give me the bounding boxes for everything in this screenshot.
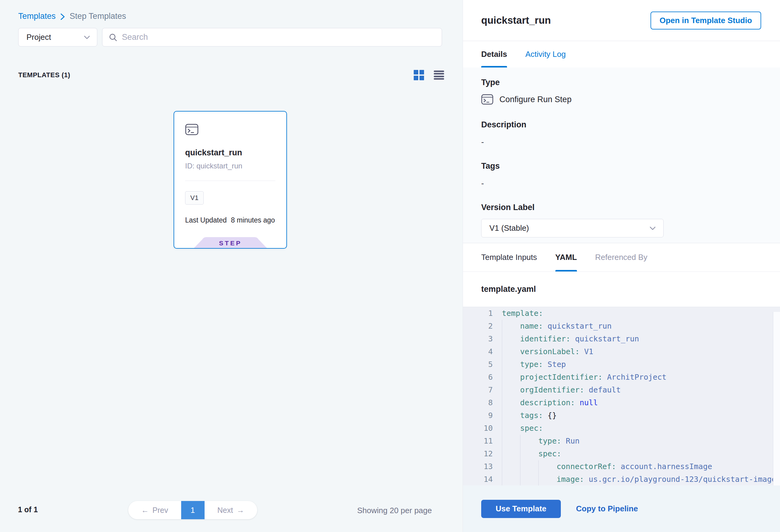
- yaml-code: 1template:2name: quickstart_run3identifi…: [463, 307, 780, 485]
- prev-page-button[interactable]: ← Prev: [128, 501, 181, 519]
- yaml-line: 1template:: [463, 307, 780, 320]
- next-label: Next: [217, 506, 233, 515]
- details-title: quickstart_run: [481, 14, 551, 26]
- template-details-panel: quickstart_run Open in Template Studio D…: [462, 0, 780, 532]
- yaml-line: 9tags: {}: [463, 409, 780, 422]
- tags-value: -: [481, 179, 762, 188]
- indent-guide: [502, 409, 520, 422]
- open-in-template-studio-button[interactable]: Open in Template Studio: [650, 11, 761, 30]
- arrow-right-icon: →: [237, 506, 244, 515]
- templates-page: Templates Step Templates Project TEMPLAT: [0, 0, 780, 532]
- version-select[interactable]: V1 (Stable): [481, 219, 664, 237]
- yaml-line: 4versionLabel: V1: [463, 345, 780, 358]
- filter-controls: Project: [18, 28, 442, 47]
- indent-guide: [502, 320, 520, 333]
- yaml-file-name: template.yaml: [481, 285, 536, 294]
- type-label: Type: [481, 78, 762, 87]
- list-header: TEMPLATES (1): [18, 68, 444, 82]
- details-footer: Use Template Copy to Pipeline: [463, 485, 780, 532]
- indent-guide: [502, 447, 520, 460]
- yaml-line-number: 2: [463, 320, 502, 333]
- indent-guide: [538, 460, 556, 473]
- details-tabs: Details Activity Log: [463, 41, 780, 67]
- terminal-icon: [185, 124, 276, 137]
- card-divider: [185, 181, 276, 181]
- scope-select-value: Project: [27, 33, 51, 42]
- yaml-line-number: 5: [463, 358, 502, 371]
- scope-select[interactable]: Project: [18, 28, 97, 47]
- tab-yaml[interactable]: YAML: [555, 243, 577, 272]
- breadcrumb-current: Step Templates: [69, 11, 126, 21]
- list-view-icon[interactable]: [434, 69, 444, 81]
- templates-count-label: TEMPLATES (1): [18, 71, 70, 79]
- details-header: quickstart_run Open in Template Studio: [463, 0, 780, 41]
- indent-guide: [538, 473, 556, 485]
- search-box: [102, 28, 442, 47]
- description-value: -: [481, 137, 762, 147]
- yaml-line: 8description: null: [463, 396, 780, 409]
- description-label: Description: [481, 120, 762, 130]
- type-value: Configure Run Step: [499, 95, 572, 104]
- type-row: Configure Run Step: [481, 94, 762, 105]
- yaml-line: 10spec:: [463, 422, 780, 435]
- arrow-left-icon: ←: [141, 506, 149, 515]
- run-step-icon: [481, 94, 493, 105]
- tab-referenced-by[interactable]: Referenced By: [595, 243, 647, 272]
- indent-guide: [502, 422, 520, 435]
- card-template-name: quickstart_run: [185, 148, 276, 157]
- yaml-line-number: 11: [463, 435, 502, 447]
- yaml-line: 5type: Step: [463, 358, 780, 371]
- yaml-line: 11type: Run: [463, 435, 780, 447]
- chevron-right-icon: [60, 13, 65, 21]
- yaml-section-tabs: Template Inputs YAML Referenced By: [463, 243, 780, 272]
- indent-guide: [502, 435, 520, 447]
- view-toggles: [413, 69, 444, 81]
- indent-guide: [520, 460, 538, 473]
- step-type-ribbon: STEP: [194, 237, 267, 248]
- chevron-down-icon: [649, 226, 656, 231]
- vertical-scrollbar[interactable]: [773, 312, 780, 485]
- tab-activity-log[interactable]: Activity Log: [525, 41, 566, 67]
- next-page-button[interactable]: Next →: [205, 501, 257, 519]
- template-list-panel: Templates Step Templates Project TEMPLAT: [0, 0, 462, 532]
- yaml-line: 12spec:: [463, 447, 780, 460]
- breadcrumb: Templates Step Templates: [18, 11, 126, 21]
- page-number-button[interactable]: 1: [181, 501, 205, 519]
- yaml-editor: 1template:2name: quickstart_run3identifi…: [463, 307, 780, 485]
- yaml-line-number: 8: [463, 396, 502, 409]
- search-input[interactable]: [122, 33, 436, 42]
- yaml-line-number: 14: [463, 473, 502, 485]
- template-card[interactable]: quickstart_run ID: quickstart_run V1 Las…: [174, 111, 287, 249]
- per-page-label: Showing 20 per page: [357, 506, 432, 515]
- yaml-line-number: 4: [463, 345, 502, 358]
- copy-to-pipeline-link[interactable]: Copy to Pipeline: [576, 504, 638, 514]
- version-select-value: V1 (Stable): [489, 224, 529, 233]
- indent-guide: [502, 396, 520, 409]
- indent-guide: [502, 371, 520, 384]
- indent-guide: [520, 473, 538, 485]
- details-body: Type Configure Run Step Description - Ta…: [463, 67, 780, 243]
- yaml-line-number: 12: [463, 447, 502, 460]
- indent-guide: [502, 333, 520, 345]
- indent-guide: [502, 473, 520, 485]
- yaml-line: 3identifier: quickstart_run: [463, 333, 780, 345]
- indent-guide: [520, 447, 538, 460]
- tab-details[interactable]: Details: [481, 41, 507, 67]
- search-icon: [108, 33, 118, 42]
- pagination: ← Prev 1 Next →: [128, 501, 257, 519]
- version-badge: V1: [185, 191, 204, 205]
- chevron-down-icon: [84, 35, 90, 40]
- yaml-line: 14image: us.gcr.io/playground-123/quicks…: [463, 473, 780, 485]
- grid-view-icon[interactable]: [413, 69, 424, 81]
- indent-guide: [502, 358, 520, 371]
- tags-label: Tags: [481, 161, 762, 171]
- version-label: Version Label: [481, 203, 762, 212]
- use-template-button[interactable]: Use Template: [481, 500, 561, 518]
- indent-guide: [502, 384, 520, 396]
- prev-label: Prev: [153, 506, 168, 515]
- breadcrumb-templates-link[interactable]: Templates: [18, 11, 56, 21]
- tab-template-inputs[interactable]: Template Inputs: [481, 243, 537, 272]
- yaml-line-number: 9: [463, 409, 502, 422]
- yaml-line: 2name: quickstart_run: [463, 320, 780, 333]
- card-template-id: ID: quickstart_run: [185, 162, 276, 170]
